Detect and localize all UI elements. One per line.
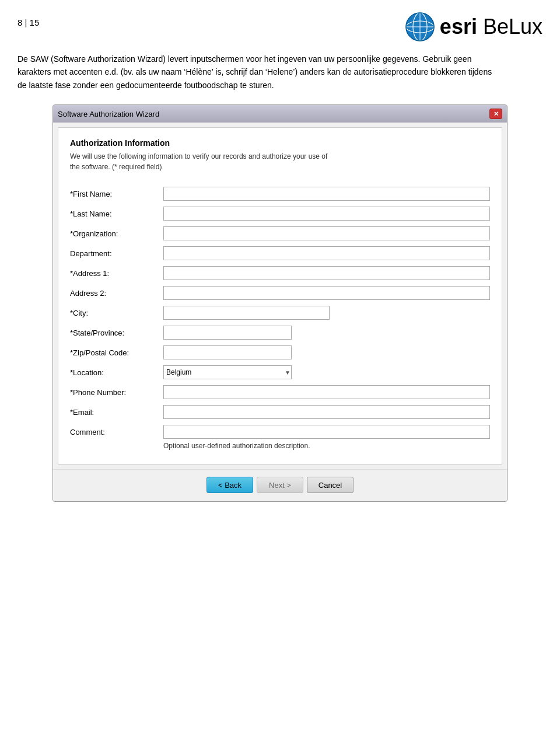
location-select[interactable]: Belgium Netherlands Luxembourg Germany F… <box>163 365 292 379</box>
department-field <box>163 243 490 263</box>
last-name-input[interactable] <box>163 207 490 221</box>
email-label: *Email: <box>70 402 163 422</box>
department-label: Department: <box>70 243 163 263</box>
location-label: *Location: <box>70 362 163 382</box>
city-label: *City: <box>70 303 163 323</box>
first-name-input[interactable] <box>163 187 490 201</box>
window-close-button[interactable]: ✕ <box>489 109 502 119</box>
page-number: 8 | 15 <box>18 12 39 27</box>
software-authorization-wizard-window: Software Authorization Wizard ✕ Authoriz… <box>52 104 508 502</box>
address1-field <box>163 263 490 283</box>
address1-input[interactable] <box>163 266 490 280</box>
dialog-subtitle: We will use the following information to… <box>70 151 490 172</box>
dialog-body: Authorization Information We will use th… <box>58 127 502 464</box>
city-input[interactable] <box>163 306 330 320</box>
address2-field <box>163 283 490 303</box>
globe-icon <box>405 12 435 42</box>
state-label: *State/Province: <box>70 323 163 343</box>
dialog-section-title: Authorization Information <box>70 138 490 148</box>
last-name-label: *Last Name: <box>70 204 163 223</box>
authorization-form: *First Name: *Last Name: *Organization: … <box>70 184 490 453</box>
first-name-label: *First Name: <box>70 184 163 204</box>
comment-label: Comment: <box>70 422 163 442</box>
location-field: Belgium Netherlands Luxembourg Germany F… <box>163 362 490 382</box>
intro-text: De SAW (Software Authorization Wizard) l… <box>18 53 496 92</box>
organization-label: *Organization: <box>70 223 163 243</box>
phone-field <box>163 382 490 402</box>
first-name-field <box>163 184 490 204</box>
email-input[interactable] <box>163 405 490 419</box>
comment-input[interactable] <box>163 425 490 439</box>
logo-text: esri BeLux <box>440 15 542 39</box>
address2-input[interactable] <box>163 286 490 300</box>
address2-label: Address 2: <box>70 283 163 303</box>
state-input[interactable] <box>163 326 292 340</box>
email-field <box>163 402 490 422</box>
comment-field <box>163 422 490 442</box>
state-field <box>163 323 490 343</box>
logo-area: esri BeLux <box>405 12 542 42</box>
organization-field <box>163 223 490 243</box>
window-title: Software Authorization Wizard <box>58 110 159 118</box>
phone-input[interactable] <box>163 385 490 399</box>
back-button[interactable]: < Back <box>206 477 253 493</box>
dialog-footer: < Back Next > Cancel <box>53 469 507 501</box>
window-titlebar: Software Authorization Wizard ✕ <box>53 105 507 123</box>
zip-input[interactable] <box>163 345 292 359</box>
phone-label: *Phone Number: <box>70 382 163 402</box>
location-select-wrap: Belgium Netherlands Luxembourg Germany F… <box>163 365 292 379</box>
zip-field <box>163 343 490 362</box>
next-button[interactable]: Next > <box>257 477 303 493</box>
optional-hint: Optional user-defined authorization desc… <box>163 442 490 453</box>
cancel-button[interactable]: Cancel <box>307 477 354 493</box>
page-header: 8 | 15 esri BeLux <box>18 12 542 42</box>
organization-input[interactable] <box>163 226 490 240</box>
address1-label: *Address 1: <box>70 263 163 283</box>
department-input[interactable] <box>163 246 490 260</box>
zip-label: *Zip/Postal Code: <box>70 343 163 362</box>
city-field <box>163 303 490 323</box>
last-name-field <box>163 204 490 223</box>
